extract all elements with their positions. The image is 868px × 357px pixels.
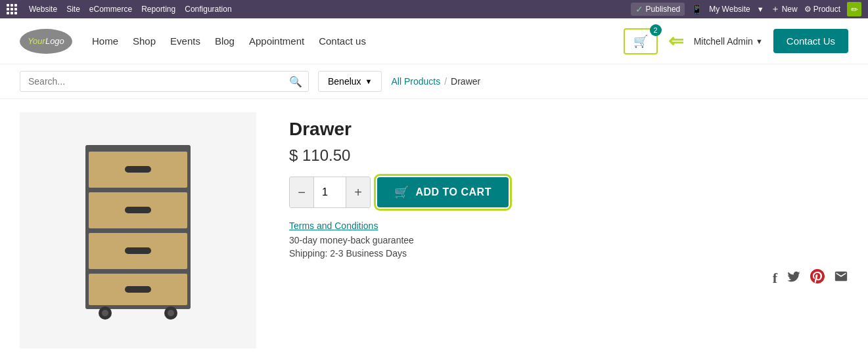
product-price: $ 110.50	[289, 146, 848, 165]
admin-ecommerce-link[interactable]: eCommerce	[89, 5, 132, 14]
quantity-input[interactable]	[313, 177, 346, 207]
terms-link[interactable]: Terms and Conditions	[289, 220, 378, 231]
search-input-wrap: 🔍	[20, 71, 309, 92]
search-input[interactable]	[20, 71, 309, 92]
nav-shop[interactable]: Shop	[133, 35, 156, 47]
user-menu[interactable]: Mitchell Admin ▼	[694, 36, 763, 47]
product-label: Product	[813, 5, 840, 14]
arrow-hint-icon: ⇐	[668, 30, 683, 52]
benelux-label: Benelux	[328, 76, 361, 87]
logo-area: Your Logo	[20, 29, 72, 54]
nav-blog[interactable]: Blog	[215, 35, 235, 47]
admin-bar: Website Site eCommerce Reporting Configu…	[0, 0, 868, 18]
breadcrumb-current: Drawer	[451, 76, 480, 87]
breadcrumb-separator: /	[444, 76, 447, 87]
add-to-cart-label: ADD TO CART	[416, 186, 491, 198]
logo: Your Logo	[20, 29, 72, 54]
benelux-chevron-icon: ▼	[365, 77, 373, 85]
facebook-icon[interactable]: f	[773, 270, 777, 287]
user-chevron-icon: ▼	[756, 37, 763, 45]
product-details: Drawer $ 110.50 − + 🛒 ADD TO CART Terms …	[289, 112, 848, 348]
product-title: Drawer	[289, 119, 848, 140]
pinterest-icon[interactable]	[810, 269, 825, 287]
grid-menu-icon[interactable]	[7, 4, 17, 14]
my-website-link[interactable]: My Website	[709, 5, 750, 14]
user-label: Mitchell Admin	[694, 36, 753, 47]
main-nav: Home Shop Events Blog Appointment Contac…	[92, 35, 624, 47]
chevron-down-icon: ▼	[757, 5, 764, 13]
nav-appointment[interactable]: Appointment	[249, 35, 304, 47]
quantity-decrease-button[interactable]: −	[290, 177, 313, 207]
svg-point-12	[168, 310, 174, 316]
site-header: Your Logo Home Shop Events Blog Appointm…	[0, 18, 868, 64]
admin-website-label[interactable]: Website	[29, 5, 57, 14]
admin-site-link[interactable]: Site	[66, 5, 80, 14]
svg-rect-6	[125, 247, 151, 254]
search-bar-row: 🔍 Benelux ▼ All Products / Drawer	[0, 64, 868, 99]
nav-events[interactable]: Events	[170, 35, 200, 47]
main-content: Drawer $ 110.50 − + 🛒 ADD TO CART Terms …	[0, 99, 868, 357]
published-badge[interactable]: ✓ Published	[631, 3, 685, 16]
cart-badge: 2	[650, 24, 662, 36]
social-row: f	[289, 269, 848, 287]
twitter-icon[interactable]	[787, 269, 801, 287]
plus-icon: ＋	[771, 3, 780, 15]
edit-icon[interactable]: ✏	[847, 2, 861, 16]
add-to-cart-button[interactable]: 🛒 ADD TO CART	[377, 177, 509, 207]
mobile-icon: 📱	[691, 4, 702, 14]
cart-icon: 🛒	[394, 185, 409, 200]
nav-home[interactable]: Home	[92, 35, 118, 47]
quantity-control: − +	[289, 177, 371, 208]
svg-rect-4	[125, 207, 151, 213]
qty-cart-row: − + 🛒 ADD TO CART	[289, 177, 848, 208]
svg-rect-8	[125, 286, 151, 293]
nav-contact-us[interactable]: Contact us	[319, 35, 366, 47]
breadcrumb: All Products / Drawer	[391, 76, 480, 87]
new-button[interactable]: ＋ New	[771, 3, 798, 15]
product-button[interactable]: ⚙ Product	[804, 5, 840, 14]
admin-configuration-link[interactable]: Configuration	[185, 5, 231, 14]
admin-reporting-link[interactable]: Reporting	[141, 5, 175, 14]
header-right: 🛒 2 ⇐ Mitchell Admin ▼ Contact Us	[624, 28, 848, 54]
svg-point-10	[102, 310, 108, 316]
guarantee-text: 30-day money-back guarantee	[289, 235, 848, 245]
email-icon[interactable]	[834, 269, 848, 287]
quantity-increase-button[interactable]: +	[346, 177, 370, 207]
published-check-icon: ✓	[635, 4, 643, 14]
contact-us-button[interactable]: Contact Us	[773, 29, 848, 53]
published-label: Published	[646, 5, 681, 14]
shipping-text: Shipping: 2-3 Business Days	[289, 248, 848, 259]
cart-button[interactable]: 🛒 2	[624, 28, 658, 54]
benelux-dropdown[interactable]: Benelux ▼	[318, 71, 382, 92]
breadcrumb-all-products[interactable]: All Products	[391, 76, 440, 87]
product-image-area	[20, 112, 256, 348]
new-label: New	[782, 5, 798, 14]
product-image	[59, 132, 217, 329]
gear-icon: ⚙	[804, 5, 811, 14]
search-icon: 🔍	[289, 75, 302, 88]
svg-rect-2	[125, 166, 151, 173]
